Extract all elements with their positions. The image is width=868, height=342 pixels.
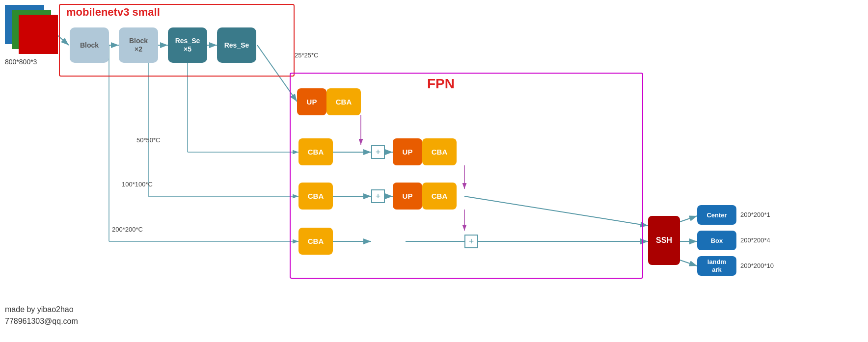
output-box: Box	[697, 231, 736, 250]
dim-100: 100*100*C	[122, 181, 153, 188]
svg-line-28	[680, 216, 697, 222]
fpn-row3-up: UP	[393, 183, 422, 210]
output-center-dim: 200*200*1	[740, 211, 770, 218]
svg-line-30	[680, 260, 697, 266]
fpn-row4-cba: CBA	[298, 228, 333, 255]
dim-50: 50*50*C	[136, 136, 160, 144]
fpn-row3-cba-in: CBA	[298, 183, 333, 210]
footer: made by yibao2hao 778961303@qq.com	[5, 304, 78, 327]
input-image-stack	[5, 5, 59, 54]
output-box-dim: 200*200*4	[740, 237, 770, 244]
mobilenet-res-se-5: Res_Se×5	[168, 27, 207, 63]
layer-red	[19, 15, 58, 54]
mobilenet-block2: Block×2	[119, 27, 158, 63]
fpn-row2-cba-in: CBA	[298, 138, 333, 165]
footer-line2: 778961303@qq.com	[5, 316, 78, 327]
fpn-row4-plus: +	[464, 235, 478, 248]
output-landmark-dim: 200*200*10	[740, 262, 774, 269]
mobilenet-title: mobilenetv3 small	[66, 6, 160, 19]
mobilenet-res-se: Res_Se	[217, 27, 256, 63]
fpn-title: FPN	[427, 76, 455, 92]
fpn-row2-up: UP	[393, 138, 422, 165]
footer-line1: made by yibao2hao	[5, 304, 78, 316]
fpn-row1-cba: CBA	[326, 88, 361, 115]
ssh-block: SSH	[648, 216, 680, 265]
dim-200: 200*200*C	[112, 226, 143, 233]
dim-25: 25*25*C	[295, 52, 318, 59]
fpn-row2-cba-out: CBA	[422, 138, 457, 165]
fpn-row3-plus: +	[371, 189, 385, 203]
fpn-row3-cba-out: CBA	[422, 183, 457, 210]
mobilenet-block1: Block	[70, 27, 109, 63]
input-dimension-label: 800*800*3	[5, 58, 37, 66]
fpn-row1-up: UP	[297, 88, 326, 115]
output-center: Center	[697, 205, 736, 225]
output-landmark: landmark	[697, 256, 736, 276]
fpn-row2-plus: +	[371, 145, 385, 159]
